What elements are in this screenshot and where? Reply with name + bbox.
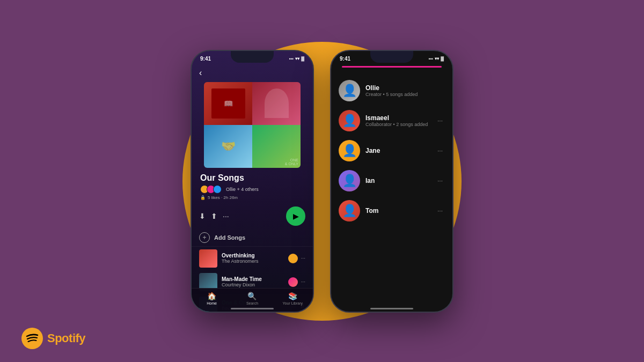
left-phone: 9:41 ▪▪▪ ▾▾ ▓ ‹ 📖	[191, 50, 314, 313]
album-art-inner-4: ONE& ONLY	[252, 125, 301, 168]
mini-avatars	[200, 185, 219, 194]
nav-library[interactable]: 📚 Your Library	[273, 292, 313, 305]
download-icon[interactable]: ⬇	[199, 212, 206, 220]
collab-info-ismaeel: Ismaeel Collaborator • 2 songs added	[365, 114, 430, 127]
library-nav-icon: 📚	[288, 292, 297, 300]
song-info-manmade: Man-Made Time Courtney Dixon	[222, 276, 284, 287]
play-button[interactable]: ▶	[286, 206, 305, 226]
more-icon[interactable]: ···	[223, 212, 229, 220]
song-row-overthinking[interactable]: Overthinking The Astronomers ···	[192, 247, 313, 270]
album-art-2	[252, 82, 301, 125]
library-nav-label: Your Library	[283, 301, 303, 305]
collab-name-ismaeel: Ismaeel	[365, 114, 430, 122]
collab-info-tom: Tom	[365, 207, 430, 215]
ismaeel-silhouette: 👤	[342, 114, 357, 128]
search-nav-label: Search	[246, 301, 258, 305]
status-icons-right: ▪▪▪ ▾▾ ▓	[429, 56, 444, 61]
back-arrow[interactable]: ‹	[199, 68, 202, 78]
phones-container: 9:41 ▪▪▪ ▾▾ ▓ ‹ 📖	[191, 50, 453, 313]
right-phone-content: 9:41 ▪▪▪ ▾▾ ▓ 👤 Ollie Crea	[331, 51, 452, 312]
notch-right	[370, 51, 413, 63]
spotify-wordmark: Spotify	[47, 331, 85, 345]
album-art-4: ONE& ONLY	[252, 125, 301, 168]
collab-tom: 👤 Tom ···	[331, 196, 452, 226]
song-artist-overthinking: The Astronomers	[222, 258, 284, 264]
signal-icon-right: ▪▪▪	[429, 56, 434, 61]
add-icon: +	[199, 232, 210, 243]
collab-ollie: 👤 Ollie Creator • 5 songs added	[331, 76, 452, 106]
home-indicator-right	[370, 308, 413, 309]
collaborators-list: 👤 Ollie Creator • 5 songs added 👤 Ismaee…	[331, 70, 452, 231]
playlist-title: Our Songs	[200, 173, 304, 183]
home-nav-icon: 🏠	[207, 292, 216, 300]
collab-info-jane: Jane	[365, 147, 430, 154]
collab-role-ollie: Creator • 5 songs added	[365, 92, 445, 97]
collab-info-ollie: Ollie Creator • 5 songs added	[365, 84, 445, 97]
playlist-info: Our Songs Ollie + 4 others 🔒 5 likes · 2…	[192, 173, 313, 206]
album-art-inner-1: 📖	[211, 88, 245, 119]
jane-silhouette: 👤	[342, 144, 357, 158]
collab-ian: 👤 Ian ···	[331, 166, 452, 196]
mini-avatar-3	[213, 185, 222, 194]
ctrl-icons: ⬇ ⬆ ···	[199, 212, 229, 220]
spotify-icon-svg	[21, 328, 43, 349]
right-phone: 9:41 ▪▪▪ ▾▾ ▓ 👤 Ollie Crea	[330, 50, 453, 313]
song-more-manmade[interactable]: ···	[301, 279, 305, 285]
signal-icon: ▪▪▪	[289, 56, 294, 61]
status-icons-left: ▪▪▪ ▾▾ ▓	[289, 56, 304, 61]
song-title-manmade: Man-Made Time	[222, 276, 284, 282]
collab-info-ian: Ian	[365, 177, 430, 184]
song-more-overthinking[interactable]: ···	[301, 255, 305, 261]
wifi-icon: ▾▾	[295, 56, 299, 61]
collab-dots-ismaeel[interactable]: ···	[435, 115, 445, 127]
collab-name-ollie: Ollie	[365, 84, 445, 92]
collab-role-ismaeel: Collaborator • 2 songs added	[365, 122, 430, 127]
song-right-overthinking: ···	[288, 254, 305, 263]
avatar-ian: 👤	[339, 170, 360, 191]
album-art-inner-3: 🤝	[204, 125, 252, 168]
collab-dots-ian[interactable]: ···	[435, 175, 445, 187]
share-icon[interactable]: ⬆	[211, 212, 217, 220]
notch	[231, 51, 274, 63]
avatar-tom: 👤	[339, 200, 360, 221]
album-grid: 📖 🤝 ONE& ONLY	[204, 82, 301, 168]
status-time-right: 9:41	[340, 56, 350, 62]
collab-dots-tom[interactable]: ···	[435, 205, 445, 217]
status-time-left: 9:41	[200, 56, 211, 62]
avatar-ollie: 👤	[339, 80, 360, 101]
pink-progress-bar	[342, 66, 442, 68]
search-nav-icon: 🔍	[247, 292, 257, 300]
album-art-inner-2	[252, 82, 301, 125]
ian-silhouette: 👤	[342, 174, 357, 188]
song-artist-manmade: Courtney Dixon	[222, 282, 284, 287]
collab-ismaeel: 👤 Ismaeel Collaborator • 2 songs added ·…	[331, 106, 452, 136]
svg-point-0	[21, 328, 43, 349]
album-art-3: 🤝	[204, 125, 252, 168]
song-info-overthinking: Overthinking The Astronomers	[222, 253, 284, 264]
collab-name-jane: Jane	[365, 147, 430, 154]
song-title-overthinking: Overthinking	[222, 253, 284, 258]
avatar-jane: 👤	[339, 140, 360, 161]
album-art-1: 📖	[204, 82, 252, 125]
battery-icon: ▓	[301, 56, 304, 61]
avatar-ismaeel: 👤	[339, 110, 360, 131]
nav-home[interactable]: 🏠 Home	[192, 292, 232, 305]
collab-dots-jane[interactable]: ···	[435, 145, 445, 157]
add-songs-label: Add Songs	[214, 234, 245, 241]
collab-name-tom: Tom	[365, 207, 430, 215]
wifi-icon-right: ▾▾	[435, 56, 439, 61]
song-avatar-manmade	[288, 277, 298, 287]
collab-name-ian: Ian	[365, 177, 430, 184]
song-avatar-overthinking	[288, 254, 298, 263]
left-phone-content: 9:41 ▪▪▪ ▾▾ ▓ ‹ 📖	[192, 51, 313, 312]
portrait-shape	[265, 88, 289, 118]
add-songs-row[interactable]: + Add Songs	[192, 229, 313, 247]
ollie-silhouette: 👤	[342, 84, 357, 98]
home-indicator-left	[231, 308, 274, 309]
playlist-stats-text: 5 likes · 2h 26m	[208, 195, 238, 200]
nav-search[interactable]: 🔍 Search	[232, 292, 272, 305]
controls-row: ⬇ ⬆ ··· ▶	[192, 206, 313, 229]
song-right-manmade: ···	[288, 277, 305, 287]
playlist-stats: 🔒 5 likes · 2h 26m	[200, 195, 304, 200]
lock-icon: 🔒	[200, 195, 206, 200]
